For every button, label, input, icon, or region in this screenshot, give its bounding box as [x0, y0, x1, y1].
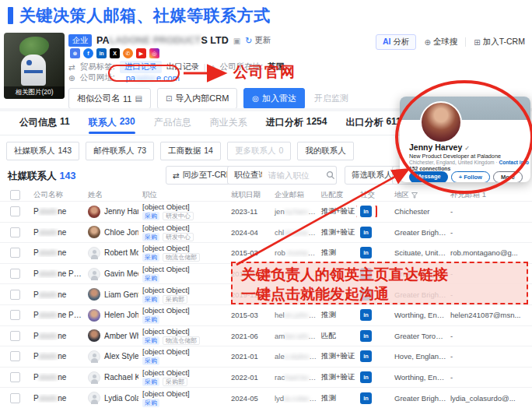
table-row[interactable]: Paladone Jenny Harvey [object Object] 采购… — [0, 201, 532, 222]
contact-name[interactable]: Jenny Harvey — [104, 207, 138, 216]
contact-name[interactable]: Gavin Meeks — [104, 269, 138, 278]
subtab[interactable]: 邮件联系人73 — [86, 142, 154, 160]
tab[interactable]: 公司信息11 — [19, 116, 70, 134]
row-checkbox[interactable] — [10, 206, 20, 216]
company-cell: Paladone — [30, 290, 84, 299]
contact-name[interactable]: Amber Whitty — [104, 332, 138, 340]
contact-name[interactable]: Rachael Kelly — [104, 373, 138, 382]
copy-icon[interactable]: ▣ — [233, 37, 240, 45]
subtab[interactable]: 工商数据14 — [160, 142, 221, 160]
instagram-icon[interactable]: ◎ — [149, 48, 159, 58]
company-website-link[interactable]: paladone.com — [126, 73, 180, 83]
import-records-tag[interactable]: 进口记录 — [120, 61, 162, 73]
follow-button[interactable]: + Follow — [451, 171, 490, 182]
row-checkbox[interactable] — [10, 227, 20, 237]
tab[interactable]: 产品信息 — [154, 116, 191, 134]
ai-analysis-button[interactable]: AI 分析 — [376, 34, 416, 50]
company-email: chloe.jones@pal... — [271, 228, 317, 237]
region: Greater Brighton a... — [390, 228, 446, 237]
linkedin-icon[interactable]: in — [96, 48, 107, 58]
contact-name[interactable]: Lydia Colasurdo — [104, 394, 138, 403]
blurred-text: alado — [39, 352, 58, 361]
profile-name: Jenny Harvey ✓ — [409, 142, 470, 152]
region: Hove, England, Uni... — [390, 352, 446, 361]
company-action-buttons: 相似公司名11▤ ⊡导入内部CRM ◎加入雷达 开启监测 — [68, 88, 352, 109]
contact-name[interactable]: Liam Gent — [104, 290, 138, 299]
row-checkbox[interactable] — [10, 372, 20, 382]
start-date: 2015-03 — [227, 248, 271, 257]
linkedin-icon[interactable]: in — [360, 227, 372, 238]
linkedin-icon[interactable]: in — [360, 309, 372, 321]
linkedin-icon[interactable]: in — [360, 330, 372, 342]
region: Chichester — [390, 207, 446, 216]
row-checkbox[interactable] — [10, 393, 20, 403]
row-checkbox[interactable] — [10, 331, 20, 341]
linkedin-icon[interactable]: in — [360, 350, 372, 362]
similar-company-button[interactable]: 相似公司名11▤ — [68, 88, 151, 109]
global-search-button[interactable]: ⊕全球搜 — [424, 37, 457, 47]
table-row[interactable]: Paladone Robert Monta... [object Object]… — [0, 242, 532, 263]
tab[interactable]: 出口分析611 — [345, 116, 401, 134]
start-monitor-button[interactable]: 开启监测 — [311, 89, 352, 108]
department-tag: 物流仓储部 — [163, 253, 200, 262]
table-row[interactable]: Paladone Rachael Kelly [object Object] 采… — [0, 367, 532, 388]
refresh-icon: ↻ — [245, 36, 252, 46]
youtube-icon[interactable]: ▶ — [136, 48, 146, 58]
contact-name[interactable]: Helen Johnstone — [104, 311, 138, 319]
x-icon[interactable]: X — [110, 48, 120, 58]
contact-avatar — [88, 309, 100, 322]
social-cell: in — [356, 309, 390, 321]
contact-info-link[interactable]: Contact info — [499, 160, 528, 165]
contact-name[interactable]: Alex Styles — [104, 352, 138, 361]
contact-name[interactable]: Chloe Jones — [104, 228, 138, 237]
tab[interactable]: 商业关系 — [210, 116, 247, 134]
tab[interactable]: 联系人230 — [89, 116, 135, 134]
match-level: 推测+验证 — [317, 351, 356, 361]
row-checkbox[interactable] — [10, 351, 20, 361]
table-row[interactable]: Paladone Lydia Colasurdo [object Object]… — [0, 387, 532, 408]
subtab[interactable]: 更多联系人0 — [227, 142, 291, 160]
name-cell: Liam Gent — [84, 288, 138, 301]
facebook-icon[interactable]: f — [83, 48, 93, 58]
message-button[interactable]: Message — [409, 171, 448, 182]
title-accent-bar — [8, 7, 13, 24]
search-icon[interactable] — [326, 171, 335, 180]
linkedin-icon[interactable]: in — [360, 392, 372, 404]
row-checkbox[interactable] — [10, 290, 20, 300]
subtab[interactable]: 社媒联系人143 — [6, 142, 79, 160]
contact-avatar — [88, 371, 100, 384]
table-row[interactable]: Paladone Alex Styles [object Object] 采购 … — [0, 346, 532, 367]
contact-name[interactable]: Robert Monta... — [104, 248, 138, 257]
linkedin-icon[interactable]: in — [360, 371, 372, 383]
title-cell: [object Object] 采购研发中心 — [138, 223, 227, 241]
company-name: PALADONE PRODUCTS LTD — [96, 35, 229, 46]
phone-icon[interactable]: ✆ — [123, 48, 133, 58]
filter-funnel-icon[interactable] — [411, 192, 418, 199]
refresh-button[interactable]: ↻更新 — [245, 35, 271, 46]
select-all-checkbox[interactable] — [10, 190, 20, 200]
linkedin-icon[interactable]: in — [360, 247, 372, 259]
region: Scituate, United St... — [390, 248, 446, 257]
company-photo[interactable]: 相关图片(20) — [4, 33, 65, 99]
tab[interactable]: 进口分析1254 — [266, 116, 327, 134]
import-crm-button[interactable]: ⊡导入内部CRM — [157, 88, 237, 109]
table-row[interactable]: Paladone Chloe Jones [object Object] 采购研… — [0, 222, 532, 243]
subtab[interactable]: 我的联系人 — [297, 142, 354, 160]
role-tag: 采购 — [142, 212, 159, 220]
row-checkbox[interactable] — [10, 269, 20, 279]
website-icon[interactable]: ⊕ — [70, 48, 80, 58]
trade-icon: ⇄ — [68, 62, 75, 72]
export-records-tag[interactable]: 出口记录 — [166, 62, 199, 72]
table-row[interactable]: Paladone Produc... Helen Johnstone [obje… — [0, 304, 532, 325]
linkedin-icon[interactable]: in — [360, 206, 372, 217]
contact-avatar — [88, 206, 100, 218]
row-checkbox[interactable] — [10, 310, 20, 320]
row-checkbox[interactable] — [10, 248, 20, 258]
add-tcrm-button[interactable]: ⊞加入T-CRM — [474, 37, 525, 47]
add-radar-button[interactable]: ◎加入雷达 — [243, 88, 305, 109]
verified-icon: ✓ — [464, 145, 470, 152]
more-button[interactable]: More — [493, 171, 523, 182]
blurred-text: x.styles@p — [285, 352, 317, 361]
table-row[interactable]: Paladone Amber Whitty [object Object] 采购… — [0, 325, 532, 346]
company-cell: Paladone — [30, 228, 84, 237]
